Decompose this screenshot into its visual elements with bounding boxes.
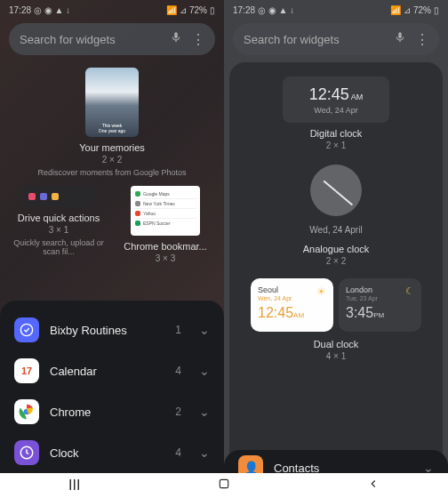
widget-dual-clock[interactable]: ☀ Seoul Wen, 24 Apr 12:45AM ☾ London Tue… xyxy=(238,278,434,361)
app-list: Bixby Routines 1 ⌄ 17 Calendar 4 ⌄ Chrom… xyxy=(0,301,224,473)
mic-icon[interactable] xyxy=(394,31,406,47)
chevron-down-icon: ⌄ xyxy=(199,364,210,378)
app-list: 👤 Contacts ⌄ xyxy=(224,450,448,473)
widget-desc: Rediscover moments from Google Photos xyxy=(37,168,186,177)
moon-icon: ☾ xyxy=(405,285,414,297)
app-row-calendar[interactable]: 17 Calendar 4 ⌄ xyxy=(0,350,224,391)
search-input[interactable]: Search for widgets xyxy=(20,33,170,46)
search-input[interactable]: Search for widgets xyxy=(244,33,394,46)
more-icon[interactable]: ⋮ xyxy=(191,31,204,48)
bixby-icon xyxy=(14,317,39,342)
clock-icon xyxy=(14,440,39,465)
sun-icon: ☀ xyxy=(316,285,326,298)
chrome-icon xyxy=(14,399,39,424)
home-button[interactable] xyxy=(191,478,257,494)
svg-rect-4 xyxy=(220,479,228,487)
widget-size: 2 × 2 xyxy=(102,155,123,165)
widget-title: Your memories xyxy=(79,142,145,153)
back-button[interactable] xyxy=(340,478,406,494)
app-row-clock[interactable]: Clock 4 ⌄ xyxy=(0,432,224,473)
app-row-bixby[interactable]: Bixby Routines 1 ⌄ xyxy=(0,309,224,350)
calendar-icon: 17 xyxy=(14,358,39,383)
widget-chrome-bookmarks[interactable]: Google Maps New York Times Yahoo ESPN So… xyxy=(116,186,215,263)
nav-bar: III xyxy=(0,473,448,498)
status-bar: 17:28◎ ◉ ▲ ↓ 📶 ⊿72%▯ xyxy=(224,0,448,20)
chevron-down-icon: ⌄ xyxy=(199,446,210,460)
search-bar[interactable]: Search for widgets ⋮ xyxy=(9,23,215,55)
chevron-down-icon: ⌄ xyxy=(199,323,210,337)
recents-button[interactable]: III xyxy=(42,478,107,494)
widget-drive[interactable]: Drive quick actions 3 × 1 Quickly search… xyxy=(9,186,108,263)
mic-icon[interactable] xyxy=(170,31,182,47)
svg-point-0 xyxy=(20,324,32,335)
contacts-icon: 👤 xyxy=(238,455,263,473)
widget-digital-clock[interactable]: 12:45AM Wed, 24 Apr Digital clock 2 × 1 xyxy=(238,71,434,150)
app-row-chrome[interactable]: Chrome 2 ⌄ xyxy=(0,391,224,432)
widget-analogue-clock[interactable]: Wed, 24 April Analogue clock 2 × 2 xyxy=(238,156,434,266)
status-bar: 17:28◎ ◉ ▲ ↓ 📶 ⊿72%▯ xyxy=(0,0,224,20)
chevron-down-icon: ⌄ xyxy=(423,461,434,473)
search-bar[interactable]: Search for widgets ⋮ xyxy=(233,23,439,55)
app-row-contacts[interactable]: 👤 Contacts ⌄ xyxy=(224,454,448,473)
widget-memories[interactable]: This week One year ago Your memories 2 ×… xyxy=(9,68,215,177)
chevron-down-icon: ⌄ xyxy=(199,405,210,419)
more-icon[interactable]: ⋮ xyxy=(415,31,428,48)
